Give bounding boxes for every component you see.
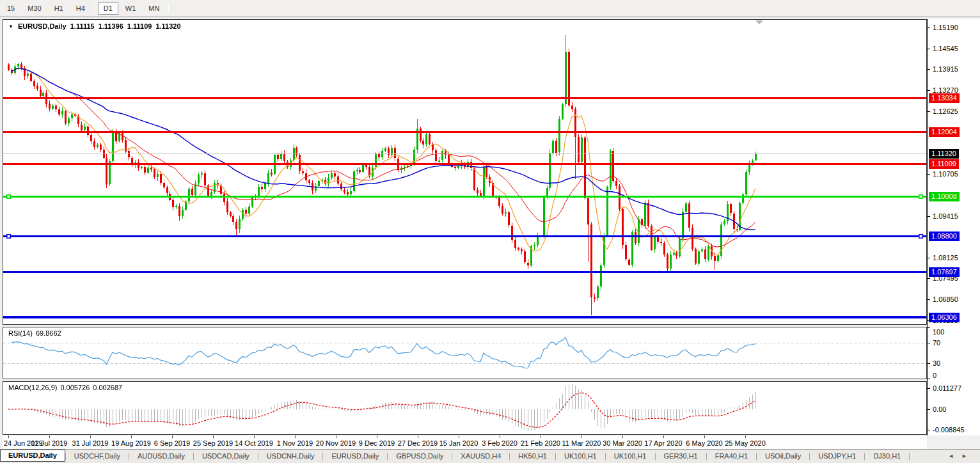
tab-scroll-right-icon[interactable]: ► — [961, 453, 975, 459]
tab-dj30-h1[interactable]: DJ30,H1 — [865, 450, 909, 462]
tab-eurusd-daily[interactable]: EURUSD,Daily — [323, 450, 387, 462]
axis-tick-mark — [254, 436, 255, 438]
axis-tick-mark — [622, 436, 623, 438]
timeframe-toolbar: 15M30H1H4D1W1MN — [0, 0, 980, 17]
tab-scroll-left-icon[interactable]: ◄ — [948, 453, 961, 459]
axis-tick-mark — [928, 174, 930, 175]
axis-tick-mark — [928, 49, 930, 49]
ohlc-low: 1.11109 — [127, 22, 152, 30]
price-axis-tick-label: 1.12625 — [933, 107, 958, 115]
price-level-label: 1.06306 — [929, 313, 960, 322]
chart-tab-bar: EURUSD,DailyUSDCHF,DailyAUDUSD,DailyUSDC… — [0, 449, 980, 463]
axis-tick-mark — [172, 436, 173, 438]
tab-scroll-arrows[interactable]: ◄► — [948, 453, 975, 459]
timeframe-button-m30[interactable]: M30 — [22, 2, 47, 15]
price-axis-tick-label: 1.15190 — [933, 24, 958, 31]
symbol-dropdown-icon[interactable]: ▼ — [8, 24, 13, 29]
chart-symbol-label: EURUSD,Daily — [18, 22, 67, 30]
macd-label: MACD(12,26,9) — [8, 384, 57, 391]
axis-tick-mark — [90, 436, 91, 438]
date-axis-label: 31 Jul 2019 — [72, 439, 109, 447]
tab-eurusd-daily[interactable]: EURUSD,Daily — [0, 450, 65, 462]
chart-shift-marker[interactable] — [755, 20, 763, 24]
tab-usoil-daily[interactable]: USOil,Daily — [757, 450, 809, 462]
rsi-indicator-panel: RSI(14)69.8662 — [3, 327, 927, 379]
indicator-axis-label: 30 — [933, 359, 940, 367]
price-chart-canvas[interactable] — [3, 20, 926, 324]
macd-main-value: 0.005726 — [60, 384, 90, 391]
date-axis-label: 15 Jan 2020 — [439, 439, 478, 447]
ohlc-high: 1.11396 — [99, 22, 123, 30]
tab-usdjpy-h1[interactable]: USDJPY,H1 — [810, 450, 864, 462]
ohlc-close: 1.11320 — [155, 22, 180, 30]
tab-audusd-daily[interactable]: AUDUSD,Daily — [129, 450, 193, 462]
tab-fra40-h1[interactable]: FRA40,H1 — [707, 450, 756, 462]
toolbar-separator — [168, 3, 169, 13]
timeframe-button-15[interactable]: 15 — [1, 2, 20, 15]
axis-tick-mark — [928, 27, 930, 28]
price-level-label: 1.11009 — [929, 159, 959, 169]
indicator-axis-label: 100 — [933, 328, 944, 336]
price-level-label: 1.11320 — [929, 149, 959, 159]
date-axis-label: 6 Sep 2019 — [154, 439, 190, 447]
price-axis[interactable]: 1.151901.145451.139151.132701.126251.107… — [927, 19, 980, 436]
axis-tick-mark — [581, 436, 582, 438]
axis-tick-mark — [704, 436, 705, 438]
tab-usdcad-daily[interactable]: USDCAD,Daily — [194, 450, 258, 462]
axis-tick-mark — [928, 388, 930, 389]
axis-tick-mark — [928, 327, 930, 328]
chart-header: ▼EURUSD,Daily1.111151.113961.111091.1132… — [8, 22, 181, 30]
tab-hk50-h1[interactable]: HK50,H1 — [510, 450, 555, 462]
indicator-axis-label: 0.00 — [933, 405, 946, 413]
rsi-value: 69.8662 — [36, 329, 61, 337]
price-level-label: 1.10008 — [929, 192, 960, 201]
tab-xauusd-h4[interactable]: XAUUSD,H4 — [452, 450, 509, 462]
date-axis-label: 6 May 2020 — [686, 439, 722, 447]
axis-tick-mark — [418, 436, 418, 438]
price-axis-tick-label: 1.10705 — [933, 170, 958, 178]
price-level-label: 1.13034 — [929, 93, 960, 103]
axis-tick-mark — [928, 409, 930, 410]
tab-usdchf-daily[interactable]: USDCHF,Daily — [66, 450, 129, 462]
rsi-label: RSI(14) — [8, 329, 33, 337]
tab-ger30-h1[interactable]: GER30,H1 — [656, 450, 706, 462]
axis-tick-mark — [377, 436, 377, 438]
axis-tick-mark — [500, 436, 500, 438]
date-axis-label: 14 Oct 2019 — [235, 439, 273, 447]
axis-tick-mark — [928, 258, 930, 258]
axis-tick-mark — [928, 343, 930, 343]
macd-canvas[interactable] — [3, 382, 926, 434]
price-chart-panel: ▼EURUSD,Daily1.111151.113961.111091.1132… — [3, 19, 927, 325]
timeframe-button-w1[interactable]: W1 — [120, 2, 142, 15]
axis-tick-mark — [928, 299, 930, 300]
axis-tick-mark — [928, 430, 930, 430]
tab-gbpusd-daily[interactable]: GBPUSD,Daily — [388, 450, 452, 462]
date-axis-label: 12 Jul 2019 — [31, 439, 68, 447]
timeframe-button-h4[interactable]: H4 — [70, 2, 91, 15]
axis-tick-mark — [928, 90, 930, 91]
indicator-axis-label: 0.011277 — [933, 384, 961, 392]
indicator-axis-label: -0.008845 — [933, 426, 965, 434]
time-axis[interactable]: 24 Jun 201912 Jul 201931 Jul 201919 Aug … — [3, 436, 927, 450]
tab-uk100-h1[interactable]: UK100,H1 — [556, 450, 605, 462]
date-axis-label: 25 Sep 2019 — [193, 439, 233, 447]
axis-tick-mark — [213, 436, 214, 438]
timeframe-button-h1[interactable]: H1 — [49, 2, 69, 15]
tab-usdcnh-daily[interactable]: USDCNH,Daily — [258, 450, 323, 462]
timeframe-button-d1[interactable]: D1 — [98, 2, 118, 15]
macd-label-row: MACD(12,26,9)0.0057260.002687 — [8, 384, 125, 391]
date-axis-label: 27 Dec 2019 — [398, 439, 438, 447]
date-axis-label: 11 Mar 2020 — [562, 439, 601, 447]
date-axis-label: 21 Feb 2020 — [521, 439, 560, 447]
axis-tick-mark — [459, 436, 459, 438]
ohlc-open: 1.11115 — [70, 22, 95, 30]
axis-tick-mark — [336, 436, 336, 438]
axis-tick-mark — [49, 436, 50, 438]
tab-uk100-h1[interactable]: UK100,H1 — [606, 450, 655, 462]
price-axis-tick-label: 1.09415 — [933, 212, 958, 220]
price-axis-tick-label: 1.13915 — [933, 65, 958, 73]
chart-window: ▼EURUSD,Daily1.111151.113961.111091.1132… — [0, 17, 980, 449]
timeframe-button-mn[interactable]: MN — [143, 2, 165, 15]
price-axis-tick-label: 1.14545 — [933, 45, 958, 52]
rsi-canvas[interactable] — [3, 327, 926, 379]
